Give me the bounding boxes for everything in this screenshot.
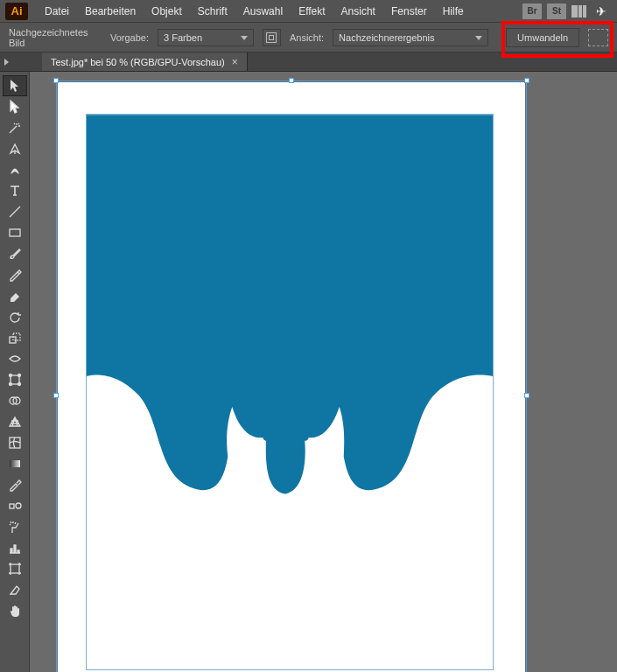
eraser-tool[interactable] bbox=[3, 285, 27, 306]
selection-tool[interactable] bbox=[3, 75, 27, 96]
menu-select[interactable]: Auswahl bbox=[235, 2, 291, 21]
search-icon[interactable]: ✈ bbox=[596, 4, 606, 18]
view-value: Nachzeichnerergebnis bbox=[339, 32, 434, 43]
selection-handle[interactable] bbox=[53, 393, 59, 398]
menu-help[interactable]: Hilfe bbox=[435, 2, 472, 21]
blend-tool[interactable] bbox=[3, 495, 27, 516]
svg-point-7 bbox=[18, 383, 20, 386]
selection-bounds bbox=[56, 80, 527, 672]
artboard-tool[interactable] bbox=[3, 558, 27, 579]
preset-label: Vorgabe: bbox=[110, 32, 149, 43]
width-tool[interactable] bbox=[3, 348, 27, 369]
symbol-sprayer-tool[interactable] bbox=[3, 516, 27, 537]
canvas[interactable] bbox=[30, 72, 617, 672]
pencil-tool[interactable] bbox=[3, 264, 27, 285]
paintbrush-tool[interactable] bbox=[3, 243, 27, 264]
stock-button[interactable]: St bbox=[547, 4, 566, 19]
expand-button[interactable]: Umwandeln bbox=[506, 28, 579, 47]
selection-handle[interactable] bbox=[524, 393, 529, 398]
close-icon[interactable]: × bbox=[232, 57, 238, 67]
document-tab[interactable]: Test.jpg* bei 50 % (RGB/GPU-Vorschau) × bbox=[42, 52, 248, 71]
svg-point-5 bbox=[18, 374, 20, 377]
svg-rect-11 bbox=[10, 460, 20, 467]
curvature-tool[interactable] bbox=[3, 159, 27, 180]
tracing-panel-button[interactable] bbox=[263, 29, 281, 46]
svg-rect-12 bbox=[10, 504, 14, 508]
direct-selection-tool[interactable] bbox=[3, 96, 27, 117]
tracing-object-label: Nachgezeichnetes Bild bbox=[9, 27, 102, 48]
hand-tool[interactable] bbox=[3, 600, 27, 621]
preset-select[interactable]: 3 Farben bbox=[158, 29, 254, 46]
menu-bar: Ai Datei Bearbeiten Objekt Schrift Auswa… bbox=[0, 0, 617, 23]
bridge-button[interactable]: Br bbox=[522, 4, 542, 19]
slice-tool[interactable] bbox=[3, 579, 27, 600]
svg-point-4 bbox=[9, 374, 11, 377]
gradient-tool[interactable] bbox=[3, 453, 27, 474]
menu-view[interactable]: Ansicht bbox=[333, 2, 383, 21]
svg-rect-14 bbox=[11, 564, 19, 573]
free-transform-tool[interactable] bbox=[3, 369, 27, 390]
view-label: Ansicht: bbox=[290, 32, 324, 43]
app-logo: Ai bbox=[5, 3, 28, 20]
magic-wand-tool[interactable] bbox=[3, 117, 27, 138]
shape-builder-tool[interactable] bbox=[3, 390, 27, 411]
menu-edit[interactable]: Bearbeiten bbox=[77, 2, 144, 21]
menu-window[interactable]: Fenster bbox=[383, 2, 435, 21]
selection-handle[interactable] bbox=[53, 78, 59, 83]
svg-rect-10 bbox=[10, 438, 20, 448]
menu-object[interactable]: Objekt bbox=[144, 2, 190, 21]
type-tool[interactable] bbox=[3, 180, 27, 201]
eyedropper-tool[interactable] bbox=[3, 474, 27, 495]
tools-panel bbox=[0, 72, 30, 672]
menu-type[interactable]: Schrift bbox=[190, 2, 235, 21]
expand-panels-button[interactable] bbox=[0, 52, 12, 71]
app-window: Ai Datei Bearbeiten Objekt Schrift Auswa… bbox=[0, 0, 617, 672]
menu-right-group: Br St ✈ bbox=[522, 4, 617, 19]
line-tool[interactable] bbox=[3, 201, 27, 222]
menu-effect[interactable]: Effekt bbox=[291, 2, 333, 21]
tab-strip: Test.jpg* bei 50 % (RGB/GPU-Vorschau) × bbox=[0, 52, 617, 72]
selection-handle[interactable] bbox=[524, 78, 529, 83]
rotate-tool[interactable] bbox=[3, 306, 27, 327]
document-tab-label: Test.jpg* bei 50 % (RGB/GPU-Vorschau) bbox=[51, 57, 225, 67]
selection-handle[interactable] bbox=[289, 78, 294, 83]
svg-point-6 bbox=[9, 383, 11, 386]
main-area bbox=[0, 72, 617, 672]
scale-tool[interactable] bbox=[3, 327, 27, 348]
mesh-tool[interactable] bbox=[3, 432, 27, 453]
menu-file[interactable]: Datei bbox=[37, 2, 77, 21]
view-select[interactable]: Nachzeichnerergebnis bbox=[333, 29, 488, 46]
crop-traced-button[interactable] bbox=[588, 29, 608, 46]
svg-point-13 bbox=[16, 503, 21, 508]
options-bar: Nachgezeichnetes Bild Vorgabe: 3 Farben … bbox=[0, 23, 617, 52]
preset-value: 3 Farben bbox=[164, 32, 202, 43]
rectangle-tool[interactable] bbox=[3, 222, 27, 243]
arrange-documents-button[interactable] bbox=[571, 4, 591, 18]
perspective-grid-tool[interactable] bbox=[3, 411, 27, 432]
column-graph-tool[interactable] bbox=[3, 537, 27, 558]
pen-tool[interactable] bbox=[3, 138, 27, 159]
svg-rect-0 bbox=[10, 229, 20, 236]
